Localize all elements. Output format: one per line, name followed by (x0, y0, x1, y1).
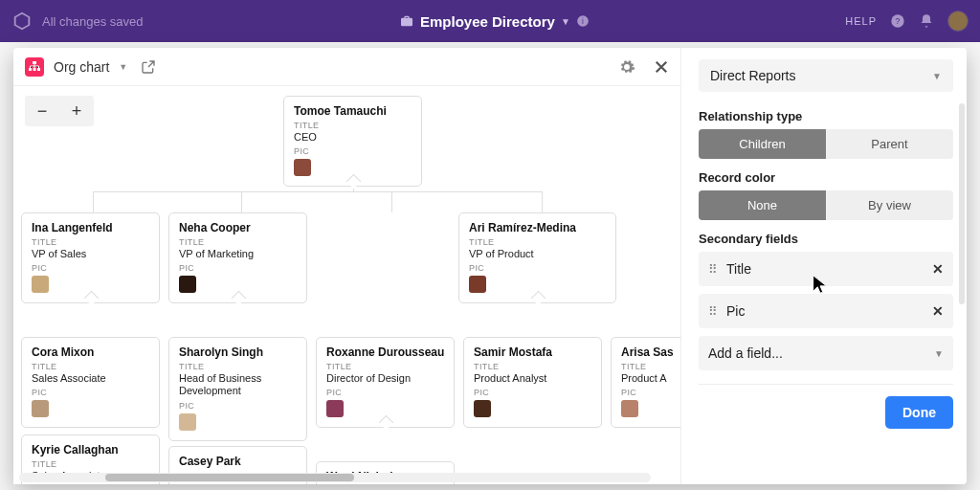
done-button[interactable]: Done (885, 396, 953, 429)
org-node[interactable]: Cora Mixon TITLE Sales Associate PIC (21, 337, 160, 428)
collapse-toggle[interactable] (84, 299, 98, 308)
zoom-out-button[interactable]: − (25, 96, 59, 126)
help-link[interactable]: HELP (845, 15, 877, 27)
remove-field-icon[interactable]: ✕ (932, 261, 944, 277)
briefcase-icon (399, 13, 414, 29)
node-pic (326, 400, 344, 417)
chevron-down-icon: ▼ (932, 71, 942, 81)
close-icon[interactable] (653, 58, 670, 76)
node-pic (32, 400, 49, 417)
cube-icon (11, 11, 33, 32)
toggle-children[interactable]: Children (699, 129, 826, 159)
topbar: All changes saved Employee Directory ▼ i… (0, 0, 980, 42)
org-node[interactable]: Sharolyn Singh TITLE Head of Business De… (168, 337, 307, 441)
connector (241, 191, 242, 212)
record-color-label: Record color (699, 170, 953, 185)
vertical-scrollbar[interactable] (959, 103, 965, 304)
chevron-down-icon[interactable]: ▼ (119, 62, 127, 72)
svg-rect-5 (29, 68, 32, 71)
node-pic (32, 276, 49, 293)
avatar[interactable] (947, 11, 969, 32)
separator (699, 384, 953, 385)
record-color-toggle: None By view (699, 190, 953, 220)
topbar-right: HELP ? (845, 11, 969, 32)
collapse-toggle[interactable] (346, 182, 360, 191)
relationship-type-label: Relationship type (699, 109, 953, 123)
topbar-center[interactable]: Employee Directory ▼ i (153, 13, 836, 30)
svg-text:i: i (582, 17, 584, 26)
org-chart-modal: Org chart ▼ − + Tomoe Tamauchi TITLE (13, 48, 967, 484)
toggle-color-none[interactable]: None (699, 190, 826, 220)
drag-handle-icon[interactable]: ⠿ (708, 304, 717, 319)
secondary-field-row[interactable]: ⠿ Pic ✕ (699, 294, 953, 328)
svg-rect-7 (37, 68, 40, 71)
svg-rect-6 (33, 68, 36, 71)
base-title: Employee Directory (420, 13, 555, 30)
relationship-type-toggle: Children Parent (699, 129, 953, 159)
zoom-control: − + (25, 96, 94, 126)
node-title: CEO (294, 131, 412, 143)
connector (93, 191, 94, 212)
collapse-toggle[interactable] (379, 423, 392, 433)
node-pic (621, 400, 638, 417)
view-name[interactable]: Org chart (54, 59, 109, 75)
org-chart-canvas[interactable]: − + Tomoe Tamauchi TITLE CEO PIC Ina Lan (13, 86, 681, 484)
info-icon: i (576, 14, 590, 28)
node-pic (474, 400, 491, 417)
bell-icon[interactable] (919, 13, 934, 29)
node-name: Ina Langenfeld (32, 221, 149, 234)
share-icon[interactable] (141, 59, 156, 75)
field-label: PIC (294, 146, 412, 156)
node-pic (179, 276, 196, 293)
org-node[interactable]: Neha Cooper TITLE VP of Marketing PIC (168, 212, 307, 303)
org-node[interactable]: Ina Langenfeld TITLE VP of Sales PIC (21, 212, 160, 303)
collapse-toggle[interactable] (232, 299, 245, 308)
chevron-down-icon: ▼ (934, 348, 944, 359)
chevron-down-icon: ▼ (561, 16, 570, 27)
modal-left: Org chart ▼ − + Tomoe Tamauchi TITLE (13, 48, 681, 484)
org-node[interactable]: Ari Ramírez-Medina TITLE VP of Product P… (458, 212, 616, 303)
help-icon[interactable]: ? (890, 13, 905, 29)
cursor-pointer-icon (810, 274, 831, 295)
config-sidepanel: Direct Reports ▼ Relationship type Child… (681, 48, 967, 484)
svg-rect-4 (33, 61, 36, 64)
zoom-in-button[interactable]: + (59, 96, 94, 126)
org-node[interactable]: Arisa Sas TITLE Product A PIC (611, 337, 681, 428)
connector (542, 191, 543, 212)
drag-handle-icon[interactable]: ⠿ (708, 262, 717, 277)
toggle-parent[interactable]: Parent (826, 129, 953, 159)
orgchart-icon (25, 57, 44, 77)
field-label: TITLE (294, 121, 412, 130)
connector (93, 191, 543, 192)
view-header: Org chart ▼ (13, 48, 681, 86)
node-pic (294, 159, 311, 176)
org-node[interactable]: Tomoe Tamauchi TITLE CEO PIC (283, 96, 422, 187)
connector (391, 191, 392, 212)
node-name: Tomoe Tamauchi (294, 104, 412, 118)
save-status: All changes saved (42, 14, 144, 29)
node-pic (469, 276, 486, 293)
collapse-toggle[interactable] (531, 299, 545, 308)
add-field-dropdown[interactable]: Add a field... ▼ (699, 336, 953, 370)
svg-text:?: ? (896, 16, 901, 26)
secondary-fields-label: Secondary fields (699, 232, 953, 246)
node-pic (179, 413, 196, 431)
relationship-field-dropdown[interactable]: Direct Reports ▼ (699, 59, 953, 92)
gear-icon[interactable] (618, 58, 635, 76)
org-node[interactable]: Roxanne Durousseau TITLE Director of Des… (316, 337, 455, 428)
toggle-color-byview[interactable]: By view (826, 190, 953, 220)
org-node[interactable]: Samir Mostafa TITLE Product Analyst PIC (463, 337, 602, 428)
horizontal-scrollbar[interactable] (19, 473, 651, 482)
remove-field-icon[interactable]: ✕ (932, 303, 944, 319)
scroll-thumb[interactable] (105, 474, 354, 481)
